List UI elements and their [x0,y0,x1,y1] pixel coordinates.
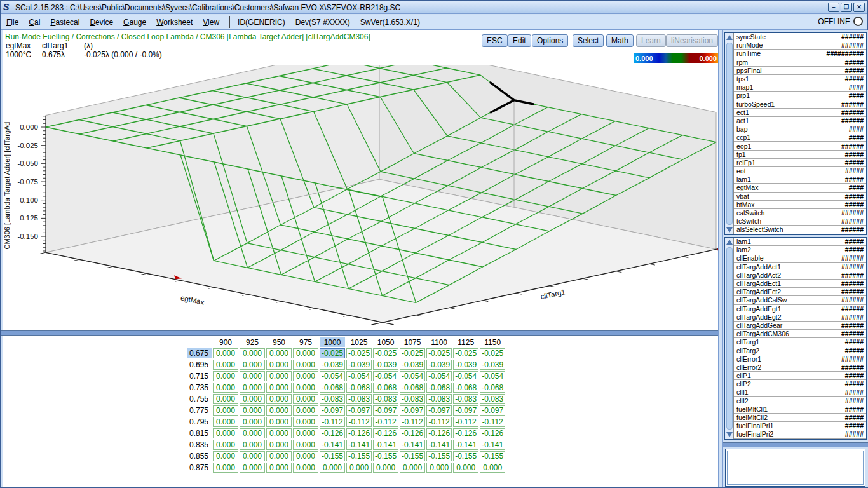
list-item-cllTargAddEgt1[interactable]: cllTargAddEgt1###### [734,305,866,313]
edit-button[interactable]: Edit [508,34,531,47]
row-header-0.775[interactable]: 0.775 [187,405,212,416]
table-cell[interactable]: 0.000 [213,383,238,393]
table-cell[interactable]: -0.068 [453,383,478,393]
table-cell[interactable]: 0.000 [266,417,292,427]
panel-scrollbar[interactable] [725,238,734,439]
table-cell[interactable]: -0.083 [346,394,372,404]
table-cell[interactable]: -0.126 [453,428,478,438]
table-cell[interactable]: 0.000 [320,463,345,473]
table-cell[interactable]: -0.126 [320,428,345,438]
list-item-cllI1[interactable]: cllI1##### [734,388,866,396]
table-cell[interactable]: -0.097 [426,405,452,416]
table-cell[interactable]: 0.000 [213,394,238,404]
col-header-925[interactable]: 925 [240,337,265,347]
table-cell[interactable]: 0.000 [293,463,318,473]
table-cell[interactable]: 0.000 [240,360,265,370]
table-cell[interactable]: 0.000 [213,371,238,381]
table-cell[interactable]: -0.126 [426,428,452,438]
table-cell[interactable]: 0.000 [293,348,318,358]
table-cell[interactable]: 0.000 [266,440,292,450]
math-button[interactable]: Math [606,34,634,47]
menu-cal[interactable]: Cal [24,15,45,29]
list-item-calSwitch[interactable]: calSwitch###### [734,209,866,217]
table-cell[interactable]: -0.141 [320,440,345,450]
list-item-cllI2[interactable]: cllI2##### [734,397,866,405]
table-cell[interactable]: -0.155 [400,451,425,461]
table-cell[interactable]: -0.068 [400,383,425,393]
table-cell[interactable]: -0.025 [373,348,398,358]
col-header-950[interactable]: 950 [266,337,292,347]
table-cell[interactable]: 0.000 [293,371,318,381]
table-cell[interactable]: -0.097 [480,405,505,416]
horizontal-splitter[interactable] [1,330,719,336]
list-item-alsSelectSwitch[interactable]: alsSelectSwitch###### [734,226,866,234]
list-item-cllTargAddEgt2[interactable]: cllTargAddEgt2###### [734,313,866,322]
list-item-cllTargAddCalSw[interactable]: cllTargAddCalSw###### [734,296,866,304]
table-cell[interactable]: -0.025 [346,348,372,358]
table-cell[interactable]: 0.000 [426,463,452,473]
list-item-turboSpeed1[interactable]: turboSpeed1###### [734,100,866,109]
scroll-track[interactable] [726,247,733,430]
list-item-ccp1[interactable]: ccp1#### [734,133,866,142]
col-header-1025[interactable]: 1025 [346,337,372,347]
table-cell[interactable]: -0.054 [426,371,452,381]
table-cell[interactable]: 0.000 [213,405,238,416]
table-cell[interactable]: 0.000 [266,405,292,416]
list-item-ppsFinal[interactable]: ppsFinal##### [734,67,866,75]
table-cell[interactable]: 0.000 [373,463,398,473]
col-header-1000[interactable]: 1000 [320,337,345,347]
table-cell[interactable]: 0.000 [266,371,292,381]
table-cell[interactable]: -0.054 [346,371,372,381]
panel-scrollbar[interactable] [725,33,734,234]
table-cell[interactable]: -0.039 [480,360,505,370]
table-cell[interactable]: 0.000 [346,463,372,473]
list-item-cllTargAddEct2[interactable]: cllTargAddEct2###### [734,288,866,296]
table-cell[interactable]: 0.000 [213,428,238,438]
table-cell[interactable]: -0.141 [373,440,398,450]
table-cell[interactable]: 0.000 [266,451,292,461]
table-cell[interactable]: -0.112 [453,417,478,427]
table-cell[interactable]: -0.083 [453,394,478,404]
list-item-cllTargAddAct2[interactable]: cllTargAddAct2###### [734,271,866,280]
table-cell[interactable]: 0.000 [213,440,238,450]
row-header-0.695[interactable]: 0.695 [187,360,212,370]
table-cell[interactable]: 0.000 [266,394,292,404]
table-cell[interactable]: -0.025 [320,348,345,358]
select-button[interactable]: Select [573,34,604,47]
table-cell[interactable]: 0.000 [266,428,292,438]
table-cell[interactable]: -0.112 [373,417,398,427]
list-item-egtMax[interactable]: egtMax#### [734,184,866,192]
col-header-975[interactable]: 975 [293,337,318,347]
table-cell[interactable]: -0.025 [426,348,452,358]
table-cell[interactable]: 0.000 [240,405,265,416]
table-cell[interactable]: -0.039 [320,360,345,370]
table-cell[interactable]: -0.141 [453,440,478,450]
table-cell[interactable]: -0.039 [453,360,478,370]
list-item-cllError1[interactable]: cllError1###### [734,355,866,363]
table-cell[interactable]: -0.083 [400,394,425,404]
table-cell[interactable]: 0.000 [213,348,238,358]
menu-device[interactable]: Device [85,15,118,29]
table-cell[interactable]: -0.155 [480,451,505,461]
list-item-runMode[interactable]: runMode###### [734,41,866,50]
table-cell[interactable]: -0.068 [373,383,398,393]
list-item-map1[interactable]: map1#### [734,83,866,92]
table-cell[interactable]: -0.112 [320,417,345,427]
list-item-vbat[interactable]: vbat##### [734,193,866,201]
table-cell[interactable]: 0.000 [293,405,318,416]
list-item-syncState[interactable]: syncState###### [734,33,866,41]
surface-plot[interactable]: -0.000-0.025-0.050-0.075-0.100-0.125-0.1… [3,65,718,330]
table-cell[interactable]: 0.000 [266,360,292,370]
table-cell[interactable]: 0.000 [293,417,318,427]
table-cell[interactable]: -0.155 [373,451,398,461]
list-item-cllTargAddGear[interactable]: cllTargAddGear###### [734,322,866,330]
table-cell[interactable]: 0.000 [213,360,238,370]
list-item-cllTarg1[interactable]: cllTarg1##### [734,338,866,346]
table-cell[interactable]: -0.083 [373,394,398,404]
table-cell[interactable]: -0.083 [480,394,505,404]
table-cell[interactable]: 0.000 [240,383,265,393]
minimize-button[interactable]: – [828,3,839,12]
table-cell[interactable]: 0.000 [266,348,292,358]
scroll-down-icon[interactable] [726,432,733,437]
col-header-1050[interactable]: 1050 [373,337,398,347]
